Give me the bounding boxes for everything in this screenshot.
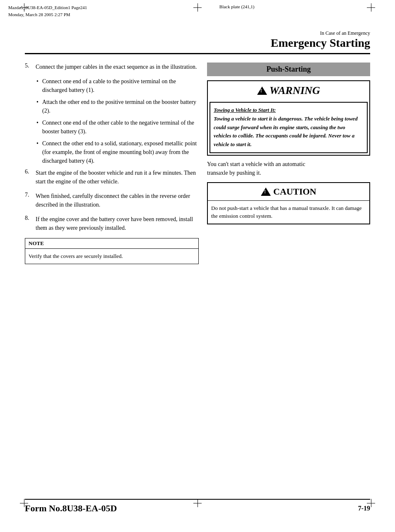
main-content: 5. Connect the jumper cables in the exac… <box>0 54 395 272</box>
bullet-1: Connect one end of a cable to the positi… <box>37 77 199 94</box>
step-5-text: Connect the jumper cables in the exact s… <box>36 63 197 71</box>
reg-mark-top-left <box>20 3 28 12</box>
note-header: NOTE <box>25 238 198 249</box>
footer-content: Form No.8U38-EA-05D 7-19 <box>0 500 395 517</box>
push-text: You can't start a vehicle with an automa… <box>207 160 370 177</box>
warning-title: WARNING <box>270 84 320 97</box>
bullet-4: Connect the other end to a solid, statio… <box>37 139 199 165</box>
section-subtitle: In Case of an Emergency <box>25 30 370 36</box>
warning-body: Towing a Vehicle to Start It: Towing a v… <box>210 102 368 153</box>
push-text-line2: transaxle by pushing it. <box>207 170 261 176</box>
header-center: Black plate (241,1) <box>219 4 255 9</box>
step-8-number: 8. <box>25 215 33 232</box>
caution-header: CAUTION <box>208 183 369 200</box>
step-7-text: When finished, carefully disconnect the … <box>36 192 199 209</box>
page-footer: Form No.8U38-EA-05D 7-19 <box>0 499 395 532</box>
header-plate: Black plate (241,1) <box>219 4 255 9</box>
caution-box: CAUTION Do not push-start a vehicle that… <box>207 182 370 224</box>
warning-header: WARNING <box>208 81 369 100</box>
step-7-number: 7. <box>25 192 33 209</box>
warning-triangle-icon <box>257 87 267 95</box>
reg-mark-top-right <box>367 3 375 12</box>
note-box: NOTE Verify that the covers are securely… <box>25 238 199 264</box>
step-8-text: If the engine cover and the battery cove… <box>36 215 199 232</box>
left-column: 5. Connect the jumper cables in the exac… <box>25 63 199 264</box>
step-5-number: 5. <box>25 63 33 71</box>
bullet-3: Connect one end of the other cable to th… <box>37 118 199 136</box>
caution-title: CAUTION <box>273 186 316 197</box>
push-starting-title: Push-Starting <box>207 63 370 76</box>
warning-underline: Towing a Vehicle to Start It: <box>214 107 276 113</box>
warning-text: Towing a vehicle to start it is dangerou… <box>214 116 358 147</box>
bullet-2: Attach the other end to the positive ter… <box>37 98 199 115</box>
push-text-line1: You can't start a vehicle with an automa… <box>207 161 305 167</box>
page-container: Mazda5_8U38-EA-05D_Edition1 Page241 Mond… <box>0 0 395 532</box>
step-6-text: Start the engine of the booster vehicle … <box>36 169 199 186</box>
form-number: Form No.8U38-EA-05D <box>25 503 117 514</box>
step-7: 7. When finished, carefully disconnect t… <box>25 192 199 209</box>
reg-mark-top-center <box>193 3 202 12</box>
section-title: Emergency Starting <box>25 36 370 50</box>
bullet-list: Connect one end of a cable to the positi… <box>37 77 199 165</box>
caution-triangle-icon <box>261 188 271 196</box>
step-5: 5. Connect the jumper cables in the exac… <box>25 63 199 71</box>
step-6-number: 6. <box>25 169 33 186</box>
section-header: In Case of an Emergency Emergency Starti… <box>0 18 395 53</box>
right-column: Push-Starting WARNING Towing a Vehicle t… <box>207 63 370 264</box>
step-8: 8. If the engine cover and the battery c… <box>25 215 199 232</box>
warning-box: WARNING Towing a Vehicle to Start It: To… <box>207 80 370 156</box>
caution-body: Do not push-start a vehicle that has a m… <box>208 200 369 224</box>
header-date: Monday, March 28 2005 2:27 PM <box>8 11 87 18</box>
step-6: 6. Start the engine of the booster vehic… <box>25 169 199 186</box>
note-content: Verify that the covers are securely inst… <box>25 249 198 264</box>
page-number: 7-19 <box>358 505 370 512</box>
